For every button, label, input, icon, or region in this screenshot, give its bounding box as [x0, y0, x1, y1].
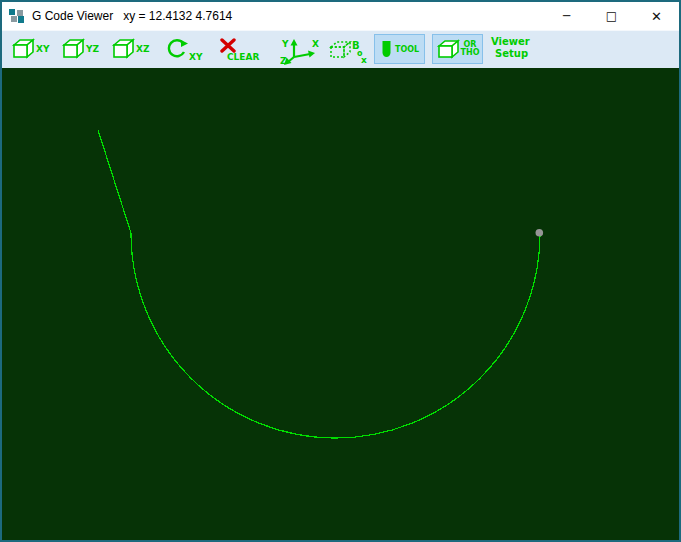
- clear-label: CLEAR: [227, 52, 259, 62]
- toolbar: XY YZ XZ XY: [2, 30, 679, 68]
- ortho-view-button[interactable]: OR THO: [432, 34, 483, 64]
- position-marker: [536, 229, 544, 237]
- app-icon: [8, 8, 26, 24]
- viewer-canvas[interactable]: [2, 68, 679, 540]
- toolpath-plot: [2, 68, 679, 540]
- rotate-xy-button[interactable]: XY: [166, 39, 202, 62]
- axes-orientation-button[interactable]: Y X Z: [280, 36, 322, 65]
- cube-icon: [10, 38, 35, 59]
- rotate-icon: [166, 39, 188, 59]
- title-bar: G Code Viewerxy = 12.4132 4.7614 ─ □ ✕: [2, 2, 679, 30]
- minimize-icon: ─: [563, 9, 570, 23]
- view-xy-button[interactable]: XY: [10, 38, 49, 59]
- view-xy-label: XY: [36, 44, 49, 54]
- window-title: G Code Viewerxy = 12.4132 4.7614: [32, 9, 232, 23]
- tool-label: TOOL: [395, 45, 419, 54]
- axes-x-label: X: [312, 39, 319, 49]
- cube-icon: [436, 39, 460, 59]
- cube-icon: [60, 38, 85, 59]
- maximize-button[interactable]: □: [589, 2, 634, 30]
- box-letter-x: x: [361, 55, 367, 65]
- gcode-viewer-window: G Code Viewerxy = 12.4132 4.7614 ─ □ ✕ X…: [0, 0, 681, 542]
- view-xz-label: XZ: [136, 44, 149, 54]
- close-icon: ✕: [651, 9, 662, 24]
- app-title: G Code Viewer: [32, 9, 113, 23]
- dashed-cube-icon: B o x: [329, 39, 369, 65]
- coordinate-readout: xy = 12.4132 4.7614: [123, 9, 232, 23]
- cube-icon: [110, 38, 135, 59]
- axes-icon: Y X Z: [280, 36, 322, 65]
- axes-y-label: Y: [281, 39, 289, 49]
- viewer-setup-label-bottom: Setup: [495, 48, 528, 60]
- view-xz-button[interactable]: XZ: [110, 38, 149, 59]
- minimize-button[interactable]: ─: [544, 2, 589, 30]
- rotate-xy-label: XY: [189, 52, 202, 62]
- clear-x-icon: [220, 38, 236, 53]
- box-display-button[interactable]: B o x: [329, 39, 369, 65]
- tool-display-button[interactable]: TOOL: [374, 34, 425, 64]
- toolpath: [98, 130, 540, 438]
- tool-icon: [380, 40, 393, 59]
- ortho-label-bottom: THO: [461, 49, 480, 57]
- clear-button[interactable]: CLEAR: [220, 38, 259, 62]
- viewer-setup-label-top: Viewer: [491, 36, 530, 48]
- window-controls: ─ □ ✕: [544, 2, 679, 30]
- view-yz-label: YZ: [86, 44, 99, 54]
- viewer-setup-button[interactable]: Viewer Setup: [491, 36, 530, 60]
- view-yz-button[interactable]: YZ: [60, 38, 99, 59]
- maximize-icon: □: [606, 9, 617, 23]
- close-button[interactable]: ✕: [634, 2, 679, 30]
- axes-z-label: Z: [280, 56, 287, 65]
